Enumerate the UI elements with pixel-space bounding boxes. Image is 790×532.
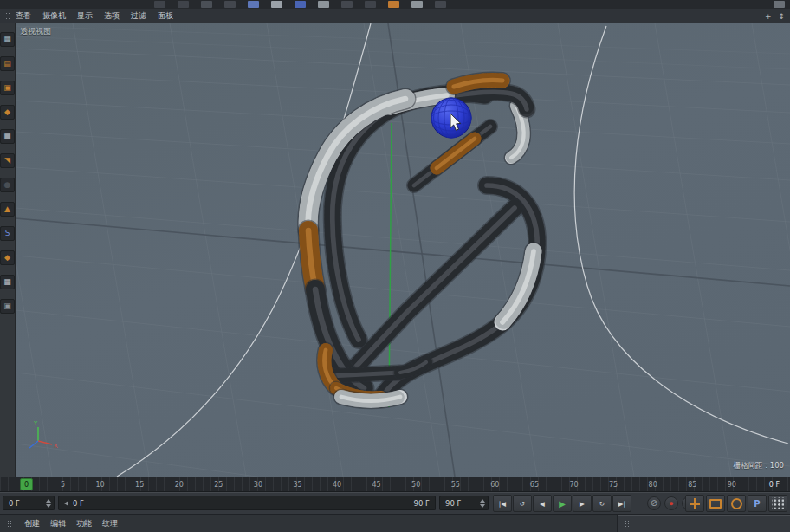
projection-p-button[interactable]: P [748, 495, 767, 512]
menu-item[interactable]: 选项 [104, 10, 120, 22]
toolbar-icon[interactable] [318, 1, 329, 8]
goto-end-button[interactable]: ▶| [612, 495, 631, 512]
animation-toolbar: 0 F 0 F 90 F 90 F |◀ ↺ ◀ ▶ ▶ ↻ ▶| ⊘ ● ◉ [0, 492, 790, 514]
goto-start-button[interactable]: |◀ [493, 495, 512, 512]
dot-grid-button[interactable] [768, 495, 787, 512]
ruler-tick-label: 45 [372, 481, 381, 489]
toolbar-icon[interactable] [248, 1, 259, 8]
key-filter-buttons: P [685, 495, 787, 512]
texture-mode-icon[interactable]: ▣ [0, 81, 15, 95]
bottom-menu-item[interactable]: 纹理 [102, 518, 118, 529]
grid-spacing-label: 栅格间距 : 100 [734, 461, 785, 471]
tube-diagonal-stub-orange[interactable] [437, 139, 475, 168]
start-frame-field[interactable]: 0 F [3, 496, 55, 510]
next-frame-button[interactable]: ▶ [573, 495, 592, 512]
stepper-icon[interactable] [480, 499, 485, 508]
rotate-handle-button[interactable] [727, 495, 746, 512]
edges-mode-icon[interactable]: ◥ [0, 153, 15, 168]
mode-toolbar: ▦ ▤ ▣ ◆ ■ ◥ ● ▲ S ◆ ▦ ▣ [0, 23, 16, 477]
toolbar-icon[interactable] [201, 1, 212, 8]
viewport-canvas[interactable]: Y X [16, 23, 790, 477]
menu-item[interactable]: 过滤 [131, 10, 146, 22]
viewport-solo-icon[interactable]: S [0, 226, 15, 241]
make-editable-icon[interactable]: ▦ [0, 32, 15, 47]
toolbar-icon[interactable] [271, 1, 282, 8]
plane-handle-button[interactable] [706, 495, 725, 512]
toolbar-icon[interactable] [365, 1, 376, 8]
move-panel-icon[interactable]: + [765, 12, 772, 21]
record-disable-button[interactable]: ⊘ [647, 496, 661, 510]
circle-icon [731, 498, 742, 509]
timeline-playhead[interactable]: 0 [20, 478, 33, 490]
stepper-icon[interactable] [46, 499, 51, 508]
snap-icon[interactable]: ◆ [0, 250, 15, 265]
toolbar-icon[interactable] [411, 1, 423, 8]
toolbar-icon[interactable] [178, 1, 189, 8]
workplane-mode-icon[interactable]: ◆ [0, 105, 15, 120]
previous-key-button[interactable]: ↺ [513, 495, 532, 512]
menu-item[interactable]: 显示 [77, 10, 93, 22]
viewport-title[interactable]: 透视视图 [20, 26, 51, 37]
workplane-lock-icon[interactable]: ▣ [0, 299, 15, 314]
previous-frame-button[interactable]: ◀ [533, 495, 552, 512]
ruler-tick-label: 20 [175, 481, 184, 489]
bottom-menu-item[interactable]: 编辑 [50, 518, 66, 529]
menu-item[interactable]: 查看 [16, 10, 31, 22]
tube-bottom-stub[interactable] [400, 362, 426, 373]
plane-icon [709, 499, 722, 509]
toolbar-icon[interactable] [435, 1, 446, 8]
ruler-tick-label: 55 [451, 481, 460, 489]
ruler-tick-label: 75 [609, 481, 618, 489]
end-frame-field[interactable]: 90 F [439, 496, 489, 510]
tube-bottom-dark[interactable] [329, 373, 400, 376]
ruler-tick-label: 65 [530, 481, 539, 489]
ruler-tick-label: 50 [411, 481, 420, 489]
bottom-menu-item[interactable]: 功能 [76, 518, 92, 529]
quantize-icon[interactable]: ▦ [0, 275, 15, 289]
ruler-tick-label: 60 [490, 481, 499, 489]
resize-panel-icon[interactable]: ↕ [778, 12, 785, 21]
start-frame-value: 0 F [9, 499, 20, 508]
ruler-tick-label: 35 [293, 481, 301, 489]
ruler-tick-label: 25 [214, 481, 223, 489]
panel-grip-icon[interactable] [5, 12, 10, 20]
menu-item[interactable]: 面板 [158, 10, 173, 22]
toolbar-icon[interactable] [154, 1, 165, 8]
ruler-tick-label: 40 [333, 481, 341, 489]
bottom-menu-item[interactable]: 创建 [24, 518, 40, 529]
toolbar-icon[interactable] [388, 1, 399, 8]
timeline-slider[interactable]: 0 F 90 F [58, 496, 436, 510]
scrub-arrow-icon[interactable] [64, 501, 68, 506]
translate-handle-button[interactable] [685, 495, 704, 512]
record-keyframe-button[interactable]: ● [664, 496, 678, 510]
slider-current-frame: 0 F [73, 499, 84, 508]
tube-top-orange[interactable] [454, 80, 502, 87]
timeline-ruler[interactable]: 0 51015202530354045505560657075808590 0 … [0, 477, 790, 492]
ruler-tick-label: 85 [688, 481, 696, 489]
slider-range-end: 90 F [414, 499, 432, 508]
panel-grip-icon[interactable] [7, 520, 11, 528]
ruler-tick-label: 80 [649, 481, 657, 489]
menu-item[interactable]: 摄像机 [42, 10, 66, 22]
ruler-tick-label: 10 [95, 481, 104, 489]
tube-bottom-white[interactable] [341, 397, 400, 401]
green-spline-segment[interactable] [389, 123, 392, 407]
next-key-button[interactable]: ↻ [592, 495, 612, 512]
transport-buttons: |◀ ↺ ◀ ▶ ▶ ↻ ▶| [493, 495, 631, 512]
ruler-tick-label: 90 [728, 481, 736, 489]
enable-axis-icon[interactable]: ▲ [0, 202, 15, 217]
toolbar-icon[interactable] [295, 1, 306, 8]
model-mode-icon[interactable]: ▤ [0, 56, 15, 71]
dot-grid-icon [772, 497, 784, 509]
toolbar-icon[interactable] [341, 1, 353, 8]
perspective-viewport[interactable]: Y X 透视视图 栅格间距 : 100 [16, 23, 790, 477]
polygons-mode-icon[interactable]: ● [0, 178, 15, 192]
play-button[interactable]: ▶ [553, 495, 572, 512]
points-mode-icon[interactable]: ■ [0, 129, 15, 144]
bottom-menu-bar: 创建编辑功能纹理 [0, 514, 790, 532]
panel-grip-icon[interactable] [625, 520, 629, 528]
toolbar-icon[interactable] [224, 1, 236, 8]
toolbar-icon[interactable] [774, 1, 785, 8]
bottom-right-panel [617, 515, 790, 532]
viewport-menu-bar: 查看摄像机显示选项过滤面板 + ↕ [0, 9, 790, 24]
